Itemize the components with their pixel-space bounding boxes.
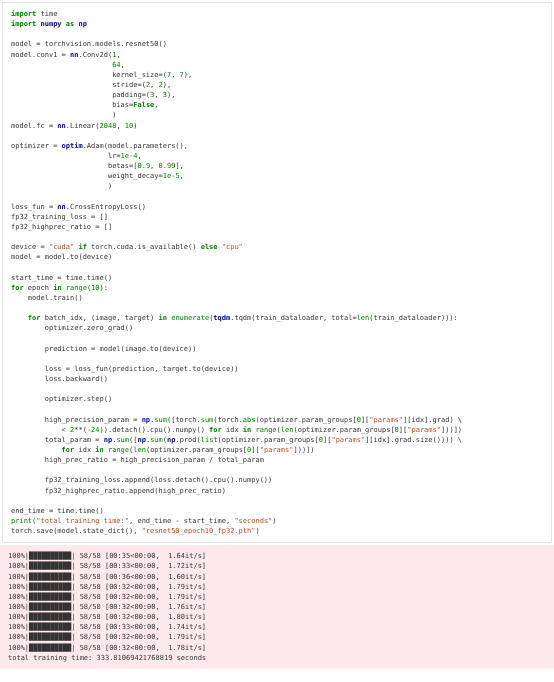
t: ), — [184, 71, 192, 79]
s: "cuda" — [49, 243, 74, 251]
t: lr= — [108, 152, 121, 160]
t: ]))]) — [293, 446, 314, 454]
pad — [11, 81, 112, 89]
pad — [11, 162, 108, 170]
n: 10 — [125, 122, 133, 130]
t: , — [150, 81, 158, 89]
sum: sum — [116, 436, 129, 444]
t: ][ — [251, 446, 259, 454]
t: optimizer = — [11, 142, 62, 150]
sum: sum — [150, 436, 163, 444]
nn: nn — [57, 122, 65, 130]
t: torch.save(model.state_dict(), — [11, 527, 142, 535]
t: torch.cuda.is_available() — [87, 243, 201, 251]
alias-np: np — [78, 20, 86, 28]
line: model = torchvision.models.resnet50() — [11, 40, 167, 48]
t: , — [116, 122, 124, 130]
len: len — [357, 314, 370, 322]
t: .tqdm(train_dataloader, total= — [230, 314, 356, 322]
sum: sum — [201, 416, 214, 424]
t: ([torch. — [167, 416, 201, 424]
t: high_precision_param = — [45, 416, 142, 424]
pad — [11, 101, 112, 109]
print: print — [11, 517, 32, 525]
range: range — [66, 284, 87, 292]
t: epoch — [24, 284, 54, 292]
s: "total training time:" — [36, 517, 129, 525]
t: ][idx].grad) \ — [403, 416, 462, 424]
t: stride=( — [112, 81, 146, 89]
t: loss.backward() — [45, 375, 108, 383]
enumerate: enumerate — [171, 314, 209, 322]
t: < — [62, 426, 70, 434]
len: len — [133, 446, 146, 454]
t: , — [154, 101, 158, 109]
t: ][idx].grad.size()))) \ — [365, 436, 462, 444]
range: range — [108, 446, 129, 454]
t: )).detach().cpu().numpy() — [100, 426, 210, 434]
line: model = model.to(device) — [11, 253, 112, 261]
for: for — [28, 314, 41, 322]
else: else — [201, 243, 218, 251]
np: np — [104, 436, 112, 444]
tqdm: tqdm — [213, 314, 230, 322]
pad — [11, 446, 62, 454]
t: idx — [74, 446, 95, 454]
t: , — [116, 51, 120, 59]
t: , — [150, 162, 158, 170]
s: "params" — [331, 436, 365, 444]
abs: abs — [243, 416, 256, 424]
kw-import: import — [11, 20, 36, 28]
t: ) — [255, 527, 259, 535]
for: for — [11, 284, 24, 292]
t: fp32_training_loss.append(loss.detach().… — [45, 476, 273, 484]
t: , — [154, 91, 162, 99]
np: np — [137, 436, 145, 444]
pad — [11, 345, 45, 353]
n: 0.99 — [159, 162, 176, 170]
kw-import: import — [11, 10, 36, 18]
n: 1e-5 — [163, 172, 180, 180]
t: model.train() — [28, 294, 83, 302]
n: 64 — [112, 61, 120, 69]
t: , end_time - start_time, — [129, 517, 234, 525]
pad — [11, 476, 45, 484]
pad — [11, 436, 45, 444]
pad — [11, 172, 108, 180]
pad — [11, 426, 62, 434]
pad — [11, 294, 28, 302]
nn: nn — [57, 203, 65, 211]
pad — [11, 324, 45, 332]
t: model.fc = — [11, 122, 57, 130]
pad — [11, 152, 108, 160]
t: **(- — [74, 426, 91, 434]
in: in — [159, 314, 167, 322]
np: np — [142, 416, 150, 424]
t: padding=( — [112, 91, 150, 99]
t: weight_decay= — [108, 172, 163, 180]
t: ): — [100, 284, 108, 292]
t: .Linear( — [66, 122, 100, 130]
t: optimizer.zero_grad() — [45, 324, 134, 332]
s: "params" — [260, 446, 294, 454]
n: 0.9 — [137, 162, 150, 170]
t: (torch. — [213, 416, 243, 424]
mod-time: time — [41, 10, 58, 18]
t: total_param = — [45, 436, 104, 444]
t: optimizer.step() — [45, 395, 112, 403]
n: 2048 — [100, 122, 117, 130]
pad — [11, 71, 112, 79]
t: , — [137, 152, 141, 160]
line: end_time = time.time() — [11, 507, 104, 515]
t: loss_fun = — [11, 203, 57, 211]
for: for — [209, 426, 222, 434]
t: ), — [163, 81, 171, 89]
t: prediction = model(image.to(device)) — [45, 345, 197, 353]
t: bias= — [112, 101, 133, 109]
pad — [11, 416, 45, 424]
code-cell[interactable]: import time import numpy as np model = t… — [3, 3, 551, 542]
pad — [11, 375, 45, 383]
t: (optimizer.param_groups[ — [146, 446, 247, 454]
t: idx — [222, 426, 243, 434]
t: ) — [108, 182, 112, 190]
